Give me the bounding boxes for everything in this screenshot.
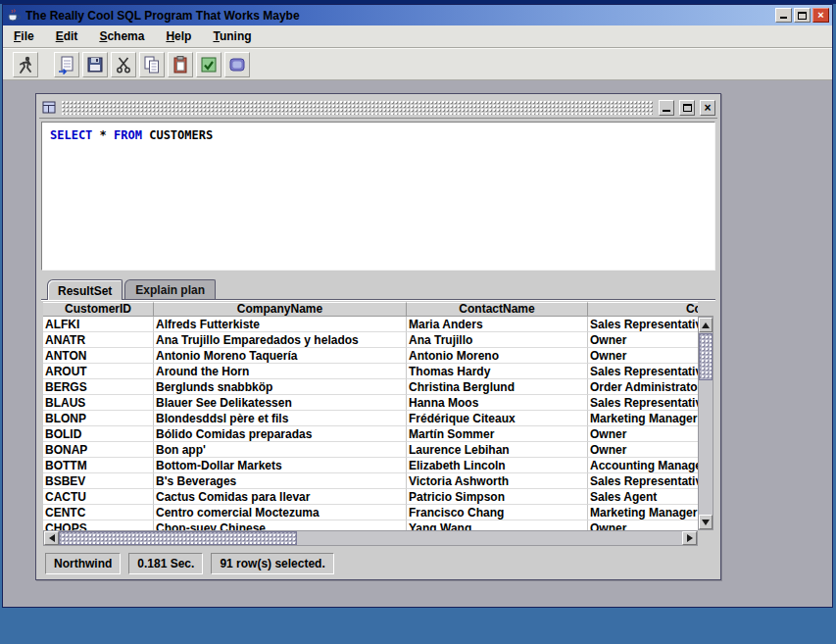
table-cell[interactable]: Alfreds Futterkiste — [154, 317, 407, 332]
table-cell[interactable]: CENTC — [43, 505, 154, 520]
rollback-button[interactable] — [224, 52, 250, 77]
table-cell[interactable]: Owner — [588, 520, 698, 530]
vertical-scrollbar[interactable] — [698, 317, 713, 530]
table-cell[interactable]: Christina Berglund — [407, 379, 588, 395]
table-row[interactable]: BSBEV B's Beverages Victoria Ashworth Sa… — [43, 473, 698, 489]
table-row[interactable]: AROUT Around the Horn Thomas Hardy Sales… — [43, 364, 698, 379]
internal-frame-title-bar[interactable]: × — [39, 97, 717, 119]
table-row[interactable]: CENTC Centro comercial Moctezuma Francis… — [43, 505, 698, 520]
copy-button[interactable] — [139, 52, 165, 77]
table-cell[interactable]: Ana Trujillo — [407, 332, 588, 348]
table-row[interactable]: BERGS Berglunds snabbköp Christina Bergl… — [43, 379, 698, 395]
table-cell[interactable]: BSBEV — [43, 473, 154, 489]
commit-button[interactable] — [196, 52, 221, 77]
table-cell[interactable]: Hanna Moos — [407, 395, 588, 411]
title-bar[interactable]: The Really Cool SQL Program That Works M… — [3, 5, 832, 25]
horizontal-scrollbar[interactable] — [43, 530, 698, 546]
table-cell[interactable]: Owner — [588, 348, 698, 364]
table-cell[interactable]: Accounting Manager — [588, 458, 698, 473]
table-cell[interactable]: Bottom-Dollar Markets — [154, 458, 407, 473]
sql-editor[interactable]: SELECT * FROM CUSTOMERS — [41, 122, 715, 271]
horizontal-scroll-track[interactable] — [59, 531, 682, 545]
table-row[interactable]: CACTU Cactus Comidas para llevar Patrici… — [43, 489, 698, 505]
table-cell[interactable]: Thomas Hardy — [407, 364, 588, 379]
table-cell[interactable]: Berglunds snabbköp — [154, 379, 407, 395]
table-row[interactable]: BOTTM Bottom-Dollar Markets Elizabeth Li… — [43, 458, 698, 473]
minimize-button[interactable] — [775, 8, 792, 23]
table-cell[interactable]: Cactus Comidas para llevar — [154, 489, 407, 505]
table-cell[interactable]: Marketing Manager — [588, 505, 698, 520]
menu-tuning[interactable]: Tuning — [210, 28, 254, 44]
save-button[interactable] — [82, 52, 108, 77]
table-cell[interactable]: Frédérique Citeaux — [407, 411, 588, 426]
table-cell[interactable]: BONAP — [43, 442, 154, 458]
table-cell[interactable]: BLAUS — [43, 395, 154, 411]
table-row[interactable]: ANATR Ana Trujillo Emparedados y helados… — [43, 332, 698, 348]
paste-button[interactable] — [168, 52, 193, 77]
menu-edit[interactable]: Edit — [53, 28, 81, 44]
table-cell[interactable]: Owner — [588, 332, 698, 348]
horizontal-scroll-thumb[interactable] — [59, 531, 297, 545]
table-cell[interactable]: ANATR — [43, 332, 154, 348]
table-cell[interactable]: Martín Sommer — [407, 426, 588, 442]
table-cell[interactable]: Blauer See Delikatessen — [154, 395, 407, 411]
table-cell[interactable]: Order Administrator — [588, 379, 698, 395]
table-cell[interactable]: Maria Anders — [407, 317, 588, 332]
table-cell[interactable]: BOLID — [43, 426, 154, 442]
scroll-right-button[interactable] — [682, 531, 697, 545]
table-cell[interactable]: BOTTM — [43, 458, 154, 473]
table-cell[interactable]: ALFKI — [43, 317, 154, 332]
table-row[interactable]: BONAP Bon app' Laurence Lebihan Owner — [43, 442, 698, 458]
menu-schema[interactable]: Schema — [96, 28, 147, 44]
table-cell[interactable]: BLONP — [43, 411, 154, 426]
table-cell[interactable]: Francisco Chang — [407, 505, 588, 520]
table-cell[interactable]: Antonio Moreno Taquería — [154, 348, 407, 364]
table-cell[interactable]: Centro comercial Moctezuma — [154, 505, 407, 520]
vertical-scroll-thumb[interactable] — [699, 333, 713, 380]
scroll-down-button[interactable] — [699, 515, 713, 529]
table-cell[interactable]: BERGS — [43, 379, 154, 395]
table-row[interactable]: CHOPS Chop-suey Chinese Yang Wang Owner — [43, 520, 698, 530]
column-header-companyname[interactable]: CompanyName — [154, 302, 407, 317]
table-cell[interactable]: Sales Representative — [588, 473, 698, 489]
internal-frame-maximize-button[interactable] — [679, 100, 695, 116]
scroll-left-button[interactable] — [44, 531, 59, 545]
internal-frame-close-button[interactable]: × — [700, 100, 715, 116]
table-row[interactable]: ALFKI Alfreds Futterkiste Maria Anders S… — [43, 317, 698, 332]
table-cell[interactable]: Sales Representative — [588, 395, 698, 411]
table-cell[interactable]: Victoria Ashworth — [407, 473, 588, 489]
table-cell[interactable]: Patricio Simpson — [407, 489, 588, 505]
table-cell[interactable]: Sales Agent — [588, 489, 698, 505]
table-cell[interactable]: CACTU — [43, 489, 154, 505]
menu-file[interactable]: File — [11, 28, 37, 44]
column-header-customerid[interactable]: CustomerID — [43, 302, 154, 317]
column-header-contactname[interactable]: ContactName — [407, 302, 588, 317]
table-cell[interactable]: Marketing Manager — [588, 411, 698, 426]
table-cell[interactable]: ANTON — [43, 348, 154, 364]
cut-button[interactable] — [111, 52, 136, 77]
table-cell[interactable]: Yang Wang — [407, 520, 588, 530]
table-cell[interactable]: Elizabeth Lincoln — [407, 458, 588, 473]
table-cell[interactable]: B's Beverages — [154, 473, 407, 489]
internal-frame-minimize-button[interactable] — [659, 100, 674, 116]
scroll-up-button[interactable] — [699, 318, 713, 332]
tab-explain-plan[interactable]: Explain plan — [124, 279, 216, 299]
table-row[interactable]: ANTON Antonio Moreno Taquería Antonio Mo… — [43, 348, 698, 364]
column-header-contacttitle[interactable]: ContactTitle — [588, 302, 698, 317]
open-button[interactable] — [54, 52, 79, 77]
table-cell[interactable]: Sales Representative — [588, 364, 698, 379]
maximize-button[interactable] — [794, 8, 811, 23]
table-cell[interactable]: Chop-suey Chinese — [154, 520, 407, 530]
table-row[interactable]: BLAUS Blauer See Delikatessen Hanna Moos… — [43, 395, 698, 411]
table-cell[interactable]: CHOPS — [43, 520, 154, 530]
table-cell[interactable]: Around the Horn — [154, 364, 407, 379]
table-cell[interactable]: Laurence Lebihan — [407, 442, 588, 458]
table-cell[interactable]: Bon app' — [154, 442, 407, 458]
table-cell[interactable]: Ana Trujillo Emparedados y helados — [154, 332, 407, 348]
table-row[interactable]: BLONP Blondesddsl père et fils Frédériqu… — [43, 411, 698, 426]
table-cell[interactable]: Owner — [588, 442, 698, 458]
table-row[interactable]: BOLID Bólido Comidas preparadas Martín S… — [43, 426, 698, 442]
table-cell[interactable]: AROUT — [43, 364, 154, 379]
table-cell[interactable]: Antonio Moreno — [407, 348, 588, 364]
close-button[interactable]: × — [812, 8, 829, 23]
